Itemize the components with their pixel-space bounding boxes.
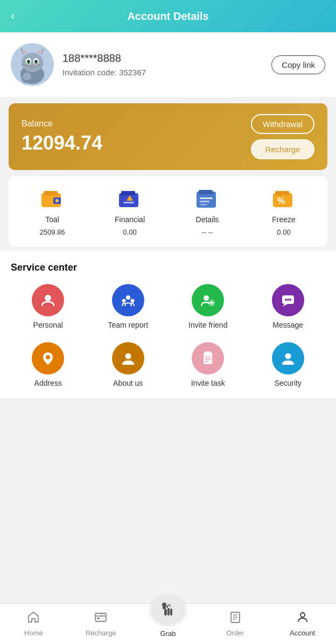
svg-point-36	[45, 295, 51, 301]
message-icon	[272, 284, 304, 316]
svg-point-49	[125, 353, 131, 359]
wallet-icon	[38, 187, 66, 211]
balance-label: Balance	[22, 119, 102, 129]
service-label-task: Invite task	[191, 379, 225, 387]
svg-rect-60	[164, 609, 167, 615]
stat-financial[interactable]: Financial 0.00	[115, 187, 145, 236]
profile-phone: 188****8888	[62, 52, 263, 65]
service-item-personal[interactable]: Personal	[11, 284, 86, 329]
svg-point-38	[122, 299, 125, 303]
svg-point-19	[23, 73, 31, 80]
service-item-invite-task[interactable]: Invite task	[171, 342, 246, 387]
svg-rect-32	[200, 204, 207, 206]
stat-details-value: -- --	[202, 228, 213, 236]
svg-rect-27	[123, 202, 134, 203]
avatar	[11, 43, 54, 86]
nav-account[interactable]: Account	[269, 604, 336, 644]
content-spacer	[0, 398, 336, 506]
team-icon	[112, 284, 144, 316]
service-item-security[interactable]: Security	[251, 342, 326, 387]
stat-freeze-value: 0.00	[277, 228, 290, 236]
svg-point-69	[300, 613, 305, 617]
profile-info: 188****8888 Invitation code: 352367	[62, 52, 263, 77]
svg-point-2	[22, 53, 43, 72]
stat-toal[interactable]: Toal 2509.86	[38, 187, 66, 236]
financial-icon	[116, 187, 144, 211]
address-icon	[32, 342, 64, 374]
service-label-aboutus: About us	[113, 379, 143, 387]
personal-icon	[32, 284, 64, 316]
stat-details[interactable]: Details -- --	[193, 187, 221, 236]
stat-financial-label: Financial	[115, 215, 145, 224]
svg-rect-21	[44, 191, 58, 195]
balance-info: Balance 12094.74	[22, 119, 102, 154]
svg-rect-25	[121, 191, 135, 195]
svg-point-47	[289, 299, 291, 301]
service-label-message: Message	[272, 321, 303, 329]
service-label-security: Security	[274, 379, 302, 387]
profile-invite: Invitation code: 352367	[62, 68, 263, 77]
svg-rect-29	[199, 190, 213, 194]
service-title: Service center	[11, 262, 325, 273]
invite-code: 352367	[119, 68, 146, 77]
svg-rect-64	[163, 605, 166, 609]
order-icon	[229, 611, 242, 627]
nav-grab-label: Grab	[160, 629, 176, 638]
profile-section: 188****8888 Invitation code: 352367 Copy…	[0, 32, 336, 97]
service-label-address: Address	[34, 379, 62, 387]
nav-account-label: Account	[290, 629, 315, 637]
service-item-invite-friend[interactable]: Invite friend	[171, 284, 246, 329]
svg-rect-51	[205, 351, 211, 354]
svg-rect-30	[200, 197, 213, 199]
svg-point-45	[285, 299, 287, 301]
service-label-personal: Personal	[33, 321, 63, 329]
stat-freeze-label: Freeze	[272, 215, 296, 224]
svg-point-37	[126, 295, 130, 300]
svg-point-48	[46, 355, 50, 359]
account-icon	[296, 611, 309, 627]
balance-card: Balance 12094.74 Withdrawal Recharge	[9, 103, 327, 170]
svg-point-12	[36, 61, 37, 62]
service-item-address[interactable]: Address	[11, 342, 86, 387]
details-icon	[193, 187, 221, 211]
stat-freeze[interactable]: % Freeze 0.00	[270, 187, 298, 236]
security-icon	[272, 342, 304, 374]
nav-recharge[interactable]: Recharge	[67, 604, 135, 644]
balance-actions: Withdrawal Recharge	[251, 114, 314, 159]
recharge-icon	[94, 611, 107, 627]
nav-order-label: Order	[226, 629, 244, 637]
invite-icon	[192, 284, 224, 316]
service-item-about-us[interactable]: About us	[91, 342, 166, 387]
stats-card: Toal 2509.86 Financial 0.00 Details	[9, 176, 327, 247]
service-item-team-report[interactable]: Team report	[91, 284, 166, 329]
stat-toal-value: 2509.86	[39, 228, 65, 236]
invite-label: Invitation code:	[62, 68, 117, 77]
aboutus-icon	[112, 342, 144, 374]
withdrawal-button[interactable]: Withdrawal	[251, 114, 314, 134]
bottom-nav: Home Recharge Gr	[0, 603, 336, 644]
header: ‹ Account Details	[0, 0, 336, 32]
copy-link-button[interactable]: Copy link	[271, 55, 325, 74]
svg-rect-34	[275, 191, 289, 195]
service-item-message[interactable]: Message	[251, 284, 326, 329]
page-title: Account Details	[127, 10, 208, 23]
grab-circle	[151, 595, 185, 624]
back-button[interactable]: ‹	[11, 9, 15, 23]
nav-grab[interactable]: Grab	[135, 604, 202, 644]
svg-point-40	[204, 295, 209, 301]
nav-recharge-label: Recharge	[86, 629, 116, 637]
service-label-invite: Invite friend	[188, 321, 227, 329]
svg-rect-58	[97, 618, 100, 619]
svg-rect-23	[55, 199, 59, 202]
service-grid: Personal Team report	[11, 284, 325, 387]
nav-home[interactable]: Home	[0, 604, 67, 644]
svg-point-39	[130, 299, 134, 303]
svg-point-11	[28, 61, 30, 62]
nav-order[interactable]: Order	[201, 604, 269, 644]
recharge-button[interactable]: Recharge	[251, 139, 314, 159]
svg-rect-56	[95, 613, 106, 621]
svg-point-55	[285, 353, 291, 359]
svg-rect-50	[204, 352, 212, 364]
nav-home-label: Home	[24, 629, 43, 637]
svg-point-46	[287, 299, 289, 301]
